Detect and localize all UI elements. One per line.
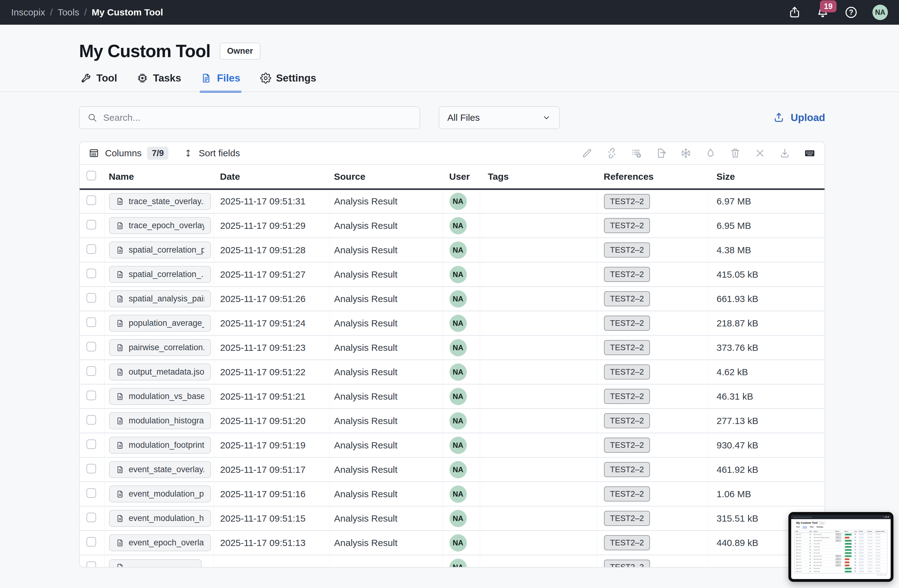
reference-badge[interactable]: TEST2–2 — [604, 560, 650, 568]
add-to-list-icon[interactable] — [630, 147, 642, 159]
row-checkbox[interactable] — [87, 440, 96, 449]
row-checkbox[interactable] — [87, 244, 96, 254]
export-file-icon[interactable] — [655, 147, 667, 159]
file-name-chip[interactable]: modulation_histogra... — [109, 412, 211, 429]
row-checkbox[interactable] — [87, 562, 96, 568]
table-row[interactable]: trace_state_overlay.... 2025-11-17 09:51… — [80, 189, 825, 213]
search-input[interactable] — [103, 113, 412, 123]
search-box[interactable] — [79, 106, 420, 129]
reference-badge[interactable]: TEST2–2 — [604, 218, 650, 233]
file-name-chip[interactable]: modulation_footprint... — [109, 437, 211, 454]
freeze-icon[interactable] — [680, 147, 692, 159]
row-checkbox[interactable] — [87, 293, 96, 302]
reference-badge[interactable]: TEST2–2 — [604, 194, 650, 209]
reference-badge[interactable]: TEST2–2 — [604, 291, 650, 306]
table-row[interactable]: NA TEST2–2 — [80, 555, 825, 568]
file-name-chip[interactable]: spatial_correlation_... — [109, 266, 211, 283]
table-row[interactable]: modulation_histogra... 2025-11-17 09:51:… — [80, 409, 825, 433]
breadcrumb-section[interactable]: Tools — [57, 7, 79, 18]
file-name-chip[interactable]: event_state_overlay.... — [109, 461, 211, 478]
reference-badge[interactable]: TEST2–2 — [604, 413, 650, 428]
upload-button[interactable]: Upload — [772, 111, 825, 124]
sort-fields-button[interactable]: Sort fields — [183, 148, 240, 159]
row-checkbox[interactable] — [87, 488, 96, 498]
file-name-chip[interactable]: event_modulation_p... — [109, 486, 211, 502]
table-row[interactable]: spatial_correlation_... 2025-11-17 09:51… — [80, 262, 825, 287]
column-header-user[interactable]: User — [442, 165, 480, 189]
reference-badge[interactable]: TEST2–2 — [604, 242, 650, 258]
reference-badge[interactable]: TEST2–2 — [604, 462, 650, 477]
file-name-chip[interactable]: modulation_vs_basel... — [109, 388, 211, 405]
file-name-chip[interactable]: spatial_analysis_pair... — [109, 290, 211, 307]
row-checkbox[interactable] — [87, 196, 96, 205]
column-header-tags[interactable]: Tags — [480, 165, 596, 189]
file-name-chip[interactable]: spatial_correlation_p... — [109, 241, 211, 258]
column-header-date[interactable]: Date — [214, 165, 330, 189]
share-icon[interactable] — [788, 6, 802, 19]
file-name-chip[interactable]: output_metadata.json — [109, 363, 211, 380]
droplet-icon[interactable] — [705, 147, 717, 159]
table-row[interactable]: pairwise_correlation... 2025-11-17 09:51… — [80, 335, 825, 360]
table-row[interactable]: event_modulation_hi... 2025-11-17 09:51:… — [80, 506, 825, 531]
row-checkbox[interactable] — [87, 220, 96, 230]
column-header-name[interactable]: Name — [104, 165, 214, 189]
pip-preview-window[interactable]: Inscopix / Tools / My Custom Tool My Cus… — [788, 512, 893, 582]
file-name-chip[interactable]: event_modulation_hi... — [109, 510, 211, 527]
table-row[interactable]: trace_epoch_overlay... 2025-11-17 09:51:… — [80, 213, 825, 238]
file-source: Analysis Result — [330, 238, 442, 262]
reference-badge[interactable]: TEST2–2 — [604, 340, 650, 355]
keyboard-icon[interactable] — [803, 147, 816, 159]
table-row[interactable]: population_average_... 2025-11-17 09:51:… — [80, 311, 825, 335]
row-checkbox[interactable] — [87, 537, 96, 546]
reference-badge[interactable]: TEST2–2 — [604, 511, 650, 526]
reference-badge[interactable]: TEST2–2 — [604, 535, 650, 550]
file-name-chip[interactable]: event_epoch_overlay... — [109, 534, 211, 551]
help-icon[interactable]: ? — [844, 5, 858, 20]
table-row[interactable]: event_epoch_overlay... 2025-11-17 09:51:… — [80, 531, 825, 555]
row-checkbox[interactable] — [87, 464, 96, 474]
reference-badge[interactable]: TEST2–2 — [604, 364, 650, 380]
row-checkbox[interactable] — [87, 512, 96, 522]
row-checkbox[interactable] — [87, 390, 96, 400]
row-checkbox[interactable] — [87, 318, 96, 327]
file-name-chip[interactable] — [109, 559, 202, 568]
reference-badge[interactable]: TEST2–2 — [604, 389, 650, 404]
columns-button[interactable]: Columns 7/9 — [88, 147, 168, 160]
row-checkbox[interactable] — [87, 342, 96, 352]
tab-files[interactable]: Files — [201, 72, 240, 92]
table-row[interactable]: event_modulation_p... 2025-11-17 09:51:1… — [80, 482, 825, 506]
tab-settings[interactable]: Settings — [260, 72, 316, 92]
reference-badge[interactable]: TEST2–2 — [604, 267, 650, 282]
column-header-references[interactable]: References — [596, 165, 708, 189]
select-all-checkbox[interactable] — [87, 171, 96, 181]
file-filter-select[interactable]: All Files — [439, 106, 560, 129]
table-row[interactable]: event_state_overlay.... 2025-11-17 09:51… — [80, 457, 825, 482]
table-row[interactable]: output_metadata.json 2025-11-17 09:51:22… — [80, 360, 825, 384]
column-header-source[interactable]: Source — [330, 165, 442, 189]
user-avatar[interactable]: NA — [873, 5, 888, 20]
file-name-chip[interactable]: trace_epoch_overlay... — [109, 217, 211, 234]
table-row[interactable]: spatial_correlation_p... 2025-11-17 09:5… — [80, 238, 825, 262]
file-name-chip[interactable]: population_average_... — [109, 315, 211, 332]
row-checkbox[interactable] — [87, 415, 96, 424]
column-header-size[interactable]: Size — [708, 165, 825, 189]
table-row[interactable]: modulation_footprint... 2025-11-17 09:51… — [80, 433, 825, 457]
clear-icon[interactable] — [754, 147, 766, 159]
reference-badge[interactable]: TEST2–2 — [604, 438, 650, 453]
tab-tasks[interactable]: Tasks — [137, 72, 181, 92]
trash-icon[interactable] — [729, 147, 741, 159]
notifications-bell-icon[interactable]: 19 — [816, 5, 830, 20]
file-name-chip[interactable]: trace_state_overlay.... — [109, 193, 211, 210]
row-checkbox[interactable] — [87, 269, 96, 278]
reference-badge[interactable]: TEST2–2 — [604, 316, 650, 331]
file-name-chip[interactable]: pairwise_correlation... — [109, 339, 211, 356]
row-checkbox[interactable] — [87, 366, 96, 376]
table-row[interactable]: modulation_vs_basel... 2025-11-17 09:51:… — [80, 384, 825, 409]
unlink-icon[interactable] — [606, 147, 618, 159]
breadcrumb-root[interactable]: Inscopix — [11, 7, 45, 18]
edit-icon[interactable] — [581, 147, 593, 159]
download-icon[interactable] — [779, 147, 791, 159]
reference-badge[interactable]: TEST2–2 — [604, 486, 650, 502]
table-row[interactable]: spatial_analysis_pair... 2025-11-17 09:5… — [80, 287, 825, 311]
tab-tool[interactable]: Tool — [80, 72, 117, 92]
